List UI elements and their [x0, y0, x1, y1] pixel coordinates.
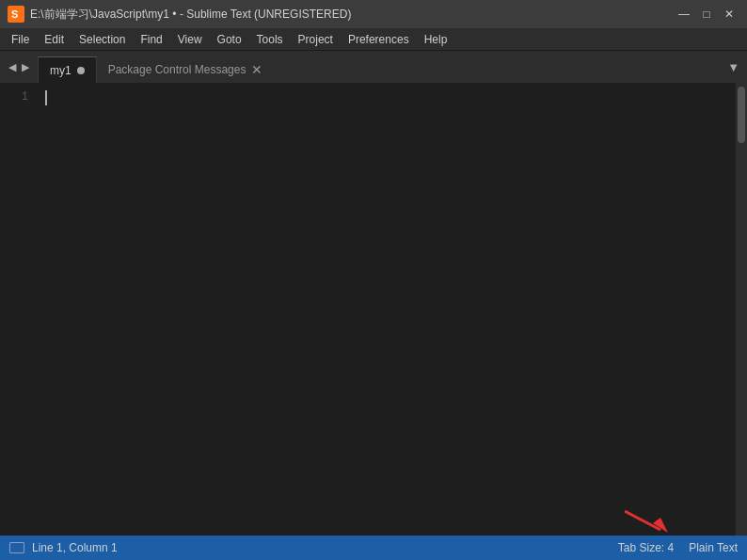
- scrollbar-thumb[interactable]: [738, 87, 745, 143]
- menu-find[interactable]: Find: [133, 28, 169, 51]
- menu-selection[interactable]: Selection: [72, 28, 133, 51]
- tab-package-label: Package Control Messages: [108, 63, 246, 76]
- line-numbers: 1: [0, 83, 38, 536]
- menu-edit[interactable]: Edit: [37, 28, 72, 51]
- editor-container: 1: [0, 83, 747, 536]
- svg-marker-3: [653, 518, 668, 533]
- tab-close-icon[interactable]: ✕: [251, 63, 262, 76]
- tab-size-label[interactable]: Tab Size: 4: [618, 541, 674, 554]
- minimize-button[interactable]: —: [674, 4, 694, 24]
- tab-my1-label: my1: [50, 64, 72, 77]
- status-right: Tab Size: 4 Plain Text: [618, 541, 738, 554]
- tab-bar: ◀ ▶ my1 Package Control Messages ✕ ▼: [0, 51, 747, 83]
- tab-dropdown-button[interactable]: ▼: [720, 51, 747, 83]
- syntax-label[interactable]: Plain Text: [689, 541, 738, 554]
- tab-my1[interactable]: my1: [38, 56, 97, 83]
- cursor-line: [45, 88, 736, 106]
- tab-package-control[interactable]: Package Control Messages ✕: [97, 56, 275, 83]
- tab-unsaved-indicator: [77, 67, 85, 74]
- tab-nav-right-arrow[interactable]: ▶: [19, 59, 32, 75]
- scrollbar[interactable]: [736, 83, 747, 536]
- text-cursor: [45, 90, 47, 105]
- status-file-icon: [9, 542, 24, 553]
- menu-goto[interactable]: Goto: [210, 28, 249, 51]
- maximize-button[interactable]: □: [696, 4, 717, 24]
- title-bar: S E:\前端学习\JavaScript\my1 • - Sublime Tex…: [0, 0, 747, 28]
- status-bar: Line 1, Column 1 Tab Size: 4 Plain Text: [0, 536, 747, 560]
- close-button[interactable]: ✕: [719, 4, 739, 24]
- red-arrow-svg: [625, 506, 672, 535]
- svg-line-2: [625, 511, 660, 530]
- menu-view[interactable]: View: [170, 28, 210, 51]
- window-title: E:\前端学习\JavaScript\my1 • - Sublime Text …: [30, 7, 351, 23]
- cursor-position[interactable]: Line 1, Column 1: [32, 541, 118, 554]
- status-left: Line 1, Column 1: [9, 541, 118, 554]
- menu-file[interactable]: File: [4, 28, 37, 51]
- menu-bar: File Edit Selection Find View Goto Tools…: [0, 28, 747, 51]
- line-number-1: 1: [0, 88, 28, 106]
- app-icon: S: [8, 6, 24, 23]
- editor-content[interactable]: [38, 83, 736, 536]
- title-left: S E:\前端学习\JavaScript\my1 • - Sublime Tex…: [8, 6, 351, 23]
- tab-nav-left-arrow[interactable]: ◀: [6, 59, 19, 75]
- tab-nav: ◀ ▶: [0, 51, 38, 83]
- menu-tools[interactable]: Tools: [249, 28, 291, 51]
- menu-preferences[interactable]: Preferences: [341, 28, 417, 51]
- svg-text:S: S: [11, 8, 18, 20]
- menu-project[interactable]: Project: [291, 28, 341, 51]
- window-controls: — □ ✕: [674, 4, 739, 24]
- arrow-indicator: [625, 506, 672, 537]
- menu-help[interactable]: Help: [417, 28, 455, 51]
